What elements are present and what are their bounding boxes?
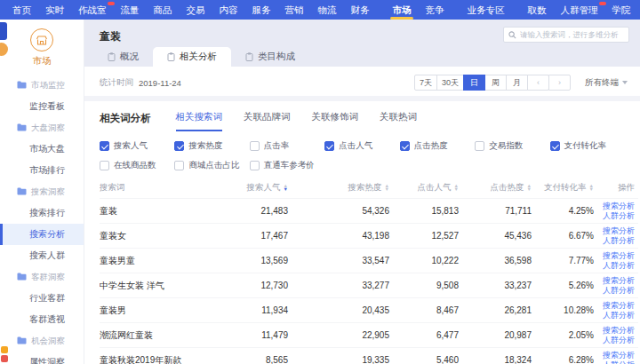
search-term-cell: 潮流网红童装 bbox=[100, 329, 208, 342]
metric-在线商品数[interactable]: 在线商品数 bbox=[100, 160, 174, 171]
sort-icon-支付转化率[interactable]: ▲▼ bbox=[589, 184, 594, 191]
nav-item-作战室[interactable]: 作战室 bbox=[71, 0, 114, 20]
search-term-cell: 童装男 bbox=[100, 305, 208, 317]
action-link-人群分析[interactable]: 人群分析 bbox=[599, 286, 635, 296]
metric-搜索热度[interactable]: 搜索热度 bbox=[174, 140, 249, 152]
column-header-点击人气: 点击人气▲▼ bbox=[395, 182, 464, 194]
nav-item-营销[interactable]: 营销 bbox=[278, 0, 311, 20]
sort-icon-点击热度[interactable]: ▲▼ bbox=[527, 184, 532, 191]
nav-item-服务[interactable]: 服务 bbox=[245, 0, 278, 20]
metric-交易指数[interactable]: 交易指数 bbox=[475, 140, 549, 152]
sidebar-item-监控看板[interactable]: 监控看板 bbox=[0, 96, 84, 117]
word-tab-关联热词[interactable]: 关联热词 bbox=[380, 111, 417, 131]
tab-概况[interactable]: 概况 bbox=[93, 47, 153, 67]
checkbox-点击率[interactable] bbox=[250, 141, 260, 151]
range-button-7天[interactable]: 7天 bbox=[414, 75, 437, 91]
metric-点击人气[interactable]: 点击人气 bbox=[324, 140, 399, 152]
nav-item-人群管理[interactable]: 人群管理 bbox=[554, 0, 605, 20]
prev-date-button[interactable]: ‹ bbox=[527, 75, 549, 91]
search-input[interactable] bbox=[520, 30, 624, 39]
metric-搜索人气[interactable]: 搜索人气 bbox=[100, 140, 174, 152]
sidebar-item-搜索分析[interactable]: 搜索分析 bbox=[0, 224, 84, 245]
sidebar-item-搜索排行[interactable]: 搜索排行 bbox=[0, 202, 84, 224]
row-actions: 搜索分析人群分析 bbox=[599, 276, 635, 296]
search-term-cell: 中学生女装 洋气 bbox=[100, 280, 208, 292]
word-tab-关联修饰词[interactable]: 关联修饰词 bbox=[312, 111, 359, 131]
sort-icon-搜索热度[interactable]: ▲▼ bbox=[385, 184, 389, 191]
column-header-label: 点击人气 bbox=[418, 182, 452, 192]
range-button-周[interactable]: 周 bbox=[484, 75, 507, 91]
row-actions: 搜索分析人群分析 bbox=[599, 326, 635, 345]
metric-商城点击占比[interactable]: 商城点击占比 bbox=[174, 160, 249, 171]
word-tab-相关搜索词[interactable]: 相关搜索词 bbox=[176, 111, 223, 131]
action-link-搜索分析[interactable]: 搜索分析 bbox=[599, 202, 635, 211]
action-link-人群分析[interactable]: 人群分析 bbox=[599, 311, 635, 320]
tab-相关分析[interactable]: 相关分析 bbox=[153, 47, 231, 67]
metric-点击率[interactable]: 点击率 bbox=[250, 140, 324, 152]
sort-icon-点击人气[interactable]: ▲▼ bbox=[454, 184, 459, 191]
tab-类目构成[interactable]: 类目构成 bbox=[231, 47, 309, 67]
action-link-搜索分析[interactable]: 搜索分析 bbox=[599, 301, 635, 311]
range-button-月[interactable]: 月 bbox=[506, 75, 528, 91]
action-link-搜索分析[interactable]: 搜索分析 bbox=[599, 326, 635, 336]
checkbox-搜索人气[interactable] bbox=[100, 141, 109, 151]
action-link-搜索分析[interactable]: 搜索分析 bbox=[599, 251, 635, 261]
word-tab-关联品牌词[interactable]: 关联品牌词 bbox=[244, 111, 291, 131]
checkbox-交易指数[interactable] bbox=[475, 141, 484, 151]
checkbox-商城点击占比[interactable] bbox=[174, 161, 184, 170]
nav-item-交易[interactable]: 交易 bbox=[180, 0, 212, 20]
metric-直通车参考价[interactable]: 直通车参考价 bbox=[250, 160, 324, 171]
checkbox-在线商品数[interactable] bbox=[100, 161, 109, 170]
sidebar-group-搜索洞察: 搜索洞察 bbox=[0, 181, 84, 202]
metric-value-cell: 4.25% bbox=[537, 206, 599, 216]
range-button-日[interactable]: 日 bbox=[463, 75, 485, 91]
nav-item-取数[interactable]: 取数 bbox=[521, 0, 554, 20]
sort-icon-搜索人气[interactable]: ▲▼ bbox=[284, 184, 288, 191]
next-date-button[interactable]: › bbox=[548, 75, 571, 91]
sidebar-item-市场大盘[interactable]: 市场大盘 bbox=[0, 138, 84, 160]
action-link-人群分析[interactable]: 人群分析 bbox=[599, 261, 635, 271]
sidebar-item-行业客群[interactable]: 行业客群 bbox=[0, 288, 84, 309]
sidebar-item-搜索人群[interactable]: 搜索人群 bbox=[0, 245, 84, 266]
action-link-人群分析[interactable]: 人群分析 bbox=[599, 360, 635, 364]
action-link-搜索分析[interactable]: 搜索分析 bbox=[599, 351, 635, 360]
taskbar-icon-red[interactable] bbox=[1, 355, 8, 362]
metric-支付转化率[interactable]: 支付转化率 bbox=[550, 140, 625, 152]
column-header-点击热度: 点击热度▲▼ bbox=[464, 182, 537, 194]
sidebar-item-市场排行[interactable]: 市场排行 bbox=[0, 160, 84, 181]
checkbox-点击人气[interactable] bbox=[324, 141, 334, 151]
nav-item-首页[interactable]: 首页 bbox=[5, 0, 38, 20]
nav-item-市场[interactable]: 市场 bbox=[386, 0, 419, 20]
checkbox-支付转化率[interactable] bbox=[550, 141, 560, 151]
checkbox-直通车参考价[interactable] bbox=[250, 161, 260, 170]
action-link-搜索分析[interactable]: 搜索分析 bbox=[599, 276, 635, 286]
sort-desc-caret: ▼ bbox=[284, 187, 288, 191]
nav-item-实时[interactable]: 实时 bbox=[38, 0, 71, 20]
checkbox-点击热度[interactable] bbox=[400, 141, 410, 151]
nav-item-财务[interactable]: 财务 bbox=[344, 0, 377, 20]
keyword-search-box[interactable] bbox=[503, 27, 629, 43]
action-link-搜索分析[interactable]: 搜索分析 bbox=[599, 226, 635, 236]
range-button-30天[interactable]: 30天 bbox=[436, 75, 464, 91]
sidebar-module-market[interactable]: 市场 bbox=[0, 20, 84, 75]
nav-item-业务专区[interactable]: 业务专区 bbox=[460, 0, 512, 20]
checkbox-搜索热度[interactable] bbox=[174, 141, 184, 151]
metric-value-cell: 33,277 bbox=[293, 281, 395, 290]
taskbar-icon-orange[interactable] bbox=[1, 346, 8, 353]
nav-item-竞争[interactable]: 竞争 bbox=[419, 0, 452, 20]
nav-item-流量[interactable]: 流量 bbox=[114, 0, 147, 20]
terminal-filter-label: 所有终端 bbox=[585, 77, 619, 89]
action-link-人群分析[interactable]: 人群分析 bbox=[599, 336, 635, 345]
terminal-filter-dropdown[interactable]: 所有终端 bbox=[585, 77, 628, 89]
nav-item-学院[interactable]: 学院 bbox=[605, 0, 638, 20]
metric-checkbox-group: 搜索人气搜索热度点击率点击人气点击热度交易指数支付转化率在线商品数商城点击占比直… bbox=[84, 131, 640, 173]
metric-value-cell: 15,813 bbox=[395, 206, 464, 216]
action-link-人群分析[interactable]: 人群分析 bbox=[599, 211, 635, 221]
action-link-人群分析[interactable]: 人群分析 bbox=[599, 236, 635, 246]
nav-item-商品[interactable]: 商品 bbox=[147, 0, 180, 20]
nav-item-物流[interactable]: 物流 bbox=[311, 0, 344, 20]
nav-item-内容[interactable]: 内容 bbox=[212, 0, 245, 20]
metric-点击热度[interactable]: 点击热度 bbox=[400, 140, 475, 152]
sidebar-item-客群透视[interactable]: 客群透视 bbox=[0, 309, 84, 330]
sidebar-item-属性洞察[interactable]: 属性洞察 bbox=[0, 352, 84, 364]
